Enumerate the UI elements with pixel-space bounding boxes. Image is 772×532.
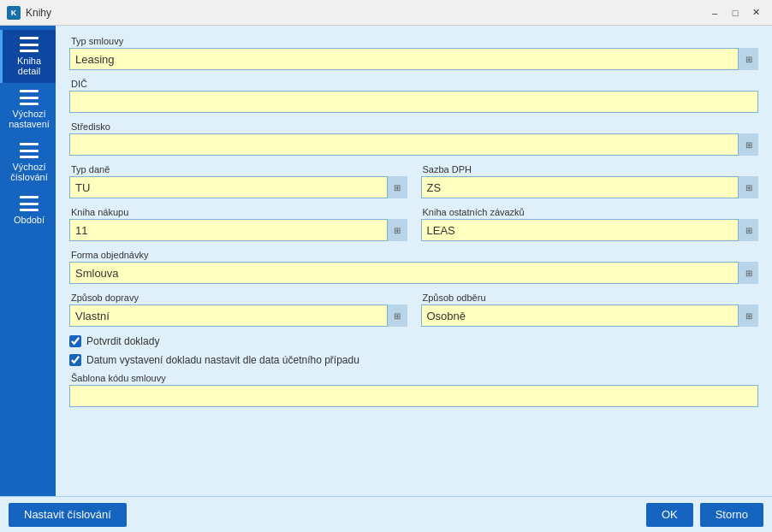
- sidebar-label-vychozi-cislovani: Výchozí číslování: [6, 162, 52, 182]
- form-area: Typ smlouvy Leasing ⊞ DIČ Středisko ⊞: [56, 26, 772, 496]
- sablon-kodu-row: Šablona kódu smlouvy: [69, 373, 758, 407]
- stredisko-label: Středisko: [69, 121, 758, 132]
- sidebar-item-kniha-detail[interactable]: Kniha detail: [0, 30, 56, 83]
- kniha-ostatni-select-wrap: LEAS ⊞: [421, 219, 759, 241]
- check1-row: Potvrdit doklady: [69, 335, 758, 347]
- typ-dane-label: Typ daně: [69, 164, 407, 174]
- sidebar-item-obdobi[interactable]: Období: [0, 189, 56, 232]
- check1-checkbox[interactable]: [69, 335, 81, 347]
- main-content: Kniha detail Výchozí nastavení Výchozí č…: [0, 26, 772, 496]
- dic-input[interactable]: [69, 91, 758, 113]
- typ-dane-sazba-row: Typ daně TU ⊞ Sazba DPH ZS ⊞: [69, 164, 758, 198]
- hamburger-icon-2: [20, 90, 39, 105]
- sablon-kodu-input[interactable]: [69, 385, 758, 407]
- title-bar-controls: – □ ✕: [705, 5, 765, 21]
- forma-objednavky-row: Forma objednávky Smlouva ⊞: [69, 250, 758, 284]
- sazba-dph-select-wrap: ZS ⊞: [421, 176, 759, 198]
- forma-objednavky-select-wrap: Smlouva ⊞: [69, 262, 758, 284]
- zpusob-odberu-select[interactable]: Osobně: [421, 304, 759, 327]
- zpusob-dopravy-label: Způsob dopravy: [69, 293, 407, 303]
- stredisko-select-wrap: ⊞: [69, 133, 758, 156]
- sazba-dph-label: Sazba DPH: [421, 164, 759, 174]
- typ-smlouvy-select[interactable]: Leasing: [69, 48, 758, 70]
- stredisko-row: Středisko ⊞: [69, 121, 758, 156]
- title-bar-title: Knihy: [26, 7, 705, 19]
- sablon-kodu-label: Šablona kódu smlouvy: [69, 373, 758, 383]
- dic-label: DIČ: [69, 79, 758, 89]
- doprava-odber-row: Způsob dopravy Vlastní ⊞ Způsob odběru O…: [69, 293, 758, 327]
- forma-objednavky-label: Forma objednávky: [69, 250, 758, 260]
- title-bar: K Knihy – □ ✕: [0, 0, 772, 26]
- zpusob-odberu-label: Způsob odběru: [421, 293, 759, 303]
- sidebar-label-vychozi-nastaveni: Výchozí nastavení: [6, 109, 52, 129]
- dic-row: DIČ: [69, 79, 758, 113]
- hamburger-icon: [20, 37, 39, 52]
- sidebar-item-vychozi-nastaveni[interactable]: Výchozí nastavení: [0, 83, 56, 136]
- kniha-nakupu-select[interactable]: 11: [69, 219, 407, 241]
- minimize-button[interactable]: –: [705, 5, 724, 21]
- knihy-row: Kniha nákupu 11 ⊞ Kniha ostatních závazk…: [69, 207, 758, 241]
- check2-checkbox[interactable]: [69, 354, 81, 366]
- typ-dane-select[interactable]: TU: [69, 176, 407, 198]
- typ-smlouvy-label: Typ smlouvy: [69, 36, 758, 46]
- maximize-button[interactable]: □: [726, 5, 745, 21]
- typ-smlouvy-select-wrap: Leasing ⊞: [69, 48, 758, 70]
- zpusob-dopravy-select[interactable]: Vlastní: [69, 304, 407, 327]
- zpusob-odberu-col: Způsob odběru Osobně ⊞: [421, 293, 759, 327]
- kniha-ostatni-label: Kniha ostatních závazků: [421, 207, 759, 217]
- check2-row: Datum vystavení dokladu nastavit dle dat…: [69, 354, 758, 366]
- zpusob-dopravy-select-wrap: Vlastní ⊞: [69, 304, 407, 327]
- stredisko-select[interactable]: [69, 133, 758, 156]
- sidebar-label-obdobi: Období: [14, 215, 45, 225]
- check1-label: Potvrdit doklady: [86, 335, 159, 347]
- sidebar: Kniha detail Výchozí nastavení Výchozí č…: [0, 26, 56, 496]
- kniha-ostatni-select[interactable]: LEAS: [421, 219, 759, 241]
- storno-button[interactable]: Storno: [700, 503, 763, 527]
- sidebar-item-vychozi-cislovani[interactable]: Výchozí číslování: [0, 136, 56, 189]
- kniha-nakupu-select-wrap: 11 ⊞: [69, 219, 407, 241]
- hamburger-icon-3: [20, 143, 39, 158]
- kniha-nakupu-label: Kniha nákupu: [69, 207, 407, 217]
- typ-smlouvy-row: Typ smlouvy Leasing ⊞: [69, 36, 758, 70]
- typ-dane-col: Typ daně TU ⊞: [69, 164, 407, 198]
- kniha-ostatni-col: Kniha ostatních závazků LEAS ⊞: [421, 207, 759, 241]
- sazba-dph-col: Sazba DPH ZS ⊞: [421, 164, 759, 198]
- kniha-nakupu-col: Kniha nákupu 11 ⊞: [69, 207, 407, 241]
- forma-objednavky-select[interactable]: Smlouva: [69, 262, 758, 284]
- ok-button[interactable]: OK: [646, 503, 693, 527]
- zpusob-dopravy-col: Způsob dopravy Vlastní ⊞: [69, 293, 407, 327]
- zpusob-odberu-select-wrap: Osobně ⊞: [421, 304, 759, 327]
- typ-dane-select-wrap: TU ⊞: [69, 176, 407, 198]
- check2-label: Datum vystavení dokladu nastavit dle dat…: [86, 354, 359, 366]
- hamburger-icon-4: [20, 196, 39, 211]
- close-button[interactable]: ✕: [746, 5, 765, 21]
- sazba-dph-select[interactable]: ZS: [421, 176, 759, 198]
- app-icon: K: [7, 6, 21, 20]
- sidebar-label-kniha-detail: Kniha detail: [6, 56, 52, 76]
- nastavit-cislovani-button[interactable]: Nastavit číslování: [9, 503, 127, 527]
- bottom-bar: Nastavit číslování OK Storno: [0, 496, 772, 532]
